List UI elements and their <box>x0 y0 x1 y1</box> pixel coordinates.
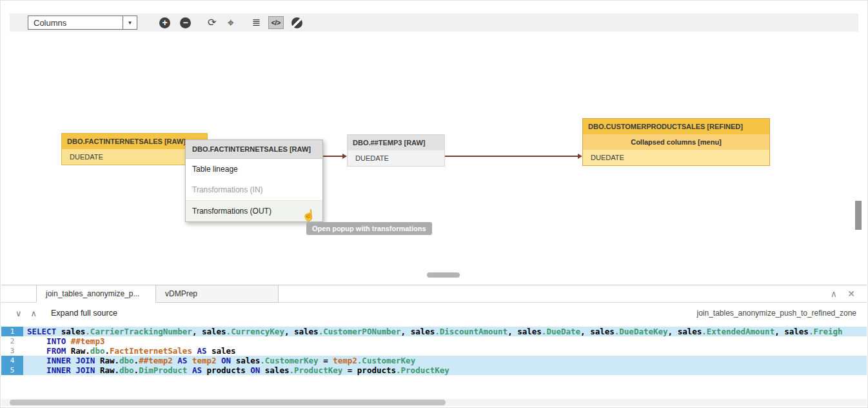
code-line[interactable]: 1SELECT sales.CarrierTrackingNumber, sal… <box>1 327 867 336</box>
context-menu-title: DBO.FACTINTERNETSALES [RAW] <box>186 140 322 159</box>
code-lines: 1SELECT sales.CarrierTrackingNumber, sal… <box>1 327 867 375</box>
lineage-canvas[interactable]: DBO.FACTINTERNETSALES [RAW] DUEDATE DBO.… <box>1 32 867 284</box>
tab-vdmprep[interactable]: vDMPrep <box>155 285 279 303</box>
list-view-icon[interactable]: ≣ <box>252 17 261 28</box>
chevron-up-icon[interactable]: ∧ <box>31 309 37 318</box>
node-title[interactable]: DBO.CUSTOMERPRODUCTSALES [REFINED] <box>583 119 769 134</box>
zoom-in-icon[interactable]: + <box>159 17 170 28</box>
columns-dropdown-value: Columns <box>28 18 123 28</box>
line-number: 3 <box>1 346 23 356</box>
collapsed-columns-menu[interactable]: Collapsed columns [menu] <box>583 134 769 150</box>
source-bar: ∨ ∧ Expand full source join_tables_anony… <box>1 303 867 323</box>
diagram-toolbar: Columns ▼ + − ⟳ ⌖ ≣ </> <box>10 14 858 32</box>
node-title[interactable]: DBO.##TEMP3 [RAW] <box>348 135 444 150</box>
code-line[interactable]: 4 INNER JOIN Raw.dbo.##temp2 AS temp2 ON… <box>1 356 867 365</box>
line-number: 5 <box>1 365 23 375</box>
source-script-name: join_tables_anonymize_push_to_refined_zo… <box>696 309 856 318</box>
lineage-edge-temp3-to-customer <box>445 156 578 157</box>
tab-label: join_tables_anonymize_p... <box>46 289 139 298</box>
chevron-down-icon[interactable]: ∨ <box>15 309 22 318</box>
node-customerproductsales[interactable]: DBO.CUSTOMERPRODUCTSALES [REFINED] Colla… <box>582 118 770 166</box>
menu-item-transformations-in: Transformations (IN) <box>186 179 322 200</box>
columns-dropdown[interactable]: Columns ▼ <box>28 15 137 30</box>
code-line[interactable]: 2 INTO ##temp3 <box>1 336 867 346</box>
line-number: 2 <box>1 336 23 346</box>
code-text: INNER JOIN Raw.dbo.##temp2 AS temp2 ON s… <box>23 356 867 365</box>
tooltip-open-popup: Open popup with transformations <box>306 222 432 235</box>
code-text: SELECT sales.CarrierTrackingNumber, sale… <box>23 327 867 336</box>
code-text: INTO ##temp3 <box>23 336 867 346</box>
lineage-app: Columns ▼ + − ⟳ ⌖ ≣ </> DBO.FACTINTERNET… <box>0 0 868 408</box>
sql-horizontal-scrollbar-thumb[interactable] <box>10 400 446 405</box>
tab-label: vDMPrep <box>165 289 197 298</box>
node-column-duedate[interactable]: DUEDATE <box>348 150 444 166</box>
menu-item-table-lineage[interactable]: Table lineage <box>186 159 322 179</box>
sql-panel: join_tables_anonymize_p... vDMPrep ∧ ✕ ∨… <box>1 285 867 407</box>
sql-horizontal-scrollbar[interactable] <box>1 399 867 406</box>
vertical-scrollbar-thumb[interactable] <box>855 201 862 230</box>
line-number: 4 <box>1 356 23 365</box>
sql-panel-tabbar: join_tables_anonymize_p... vDMPrep ∧ ✕ <box>1 285 867 303</box>
panel-close-icon[interactable]: ✕ <box>847 289 855 299</box>
code-text: FROM Raw.dbo.FactInternetSales AS sales <box>23 346 867 356</box>
tab-join-tables-anonymize[interactable]: join_tables_anonymize_p... <box>36 285 156 303</box>
node-temp3[interactable]: DBO.##TEMP3 [RAW] DUEDATE <box>347 134 445 167</box>
panel-collapse-icon[interactable]: ∧ <box>831 289 837 299</box>
node-column-duedate[interactable]: DUEDATE <box>583 150 769 165</box>
refresh-icon[interactable]: ⟳ <box>208 17 216 28</box>
hand-cursor-icon: ☝ <box>302 209 315 222</box>
line-number: 1 <box>1 327 23 336</box>
code-view-icon[interactable]: </> <box>268 16 284 29</box>
zoom-out-icon[interactable]: − <box>180 17 191 28</box>
fit-to-screen-icon[interactable]: ⌖ <box>227 17 233 28</box>
code-text: INNER JOIN Raw.dbo.DimProduct AS product… <box>23 365 867 375</box>
chevron-down-icon: ▼ <box>123 16 137 29</box>
code-line[interactable]: 5 INNER JOIN Raw.dbo.DimProduct AS produ… <box>1 365 867 375</box>
expand-full-source-link[interactable]: Expand full source <box>51 309 117 318</box>
contrast-toggle-icon[interactable] <box>291 17 302 28</box>
horizontal-scrollbar-thumb[interactable] <box>427 272 460 278</box>
code-line[interactable]: 3 FROM Raw.dbo.FactInternetSales AS sale… <box>1 346 867 356</box>
